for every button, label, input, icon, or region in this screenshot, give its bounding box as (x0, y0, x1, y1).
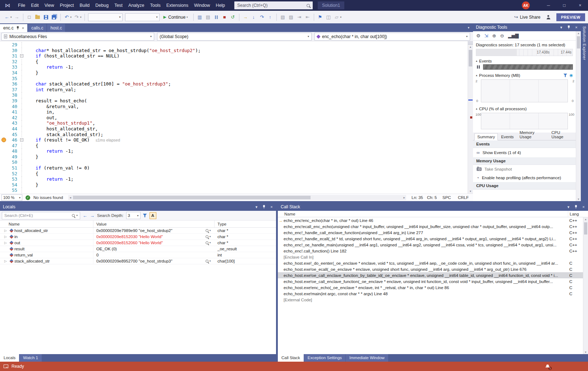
menu-item-debug[interactable]: Debug (92, 0, 111, 11)
code-line-36[interactable]: 36 char stack_allocated_str[100] = "oe_h… (0, 81, 468, 87)
events-track[interactable] (483, 64, 573, 70)
background-tasks-icon[interactable] (4, 365, 8, 368)
heap-profiling-button[interactable]: ◔ Enable heap profiling (affects perform… (473, 173, 576, 182)
column-header-type[interactable]: Type (215, 222, 276, 226)
search-depth-dropdown[interactable]: 3 ▾ (126, 212, 141, 219)
tab-list-caret-icon[interactable]: ▾ (468, 26, 473, 29)
account-avatar[interactable]: AK (522, 1, 530, 9)
continue-button[interactable]: ▶Continue▾ (161, 13, 191, 22)
scroll-up-icon[interactable]: ▲ (468, 45, 473, 49)
close-window-button[interactable]: × (572, 0, 588, 11)
menu-item-tools[interactable]: Tools (147, 0, 164, 11)
code-line-45[interactable]: 45 stack_allocated_str); (0, 132, 468, 138)
visualizer-caret-icon[interactable]: ▾ (210, 260, 211, 263)
cpu-section-header[interactable]: ▴ CPU (% of all processors) (473, 105, 576, 112)
notifications-bell-icon[interactable]: 1 (546, 364, 550, 368)
close-icon[interactable]: × (580, 205, 587, 209)
locals-row-host-allocated-str[interactable]: ▷host_allocated_str0x00000209e7989e90 "o… (0, 228, 276, 234)
live-share-button[interactable]: ↪ Live Share (514, 14, 540, 20)
menu-item-edit[interactable]: Edit (28, 0, 42, 11)
locals-titlebar[interactable]: Locals ▾ × (0, 203, 276, 211)
outdent-icon[interactable]: ⇤ (304, 13, 312, 22)
variable-value[interactable]: 0 (93, 252, 215, 258)
callstack-frame[interactable]: echo_host.exe!main(int argc, const char … (278, 291, 583, 297)
step-over-icon[interactable]: ↷ (258, 13, 266, 22)
dropdown-caret-icon[interactable]: ▾ (10, 16, 12, 19)
code-line-32[interactable]: 32 { (0, 59, 468, 65)
callstack-frame[interactable]: [Enclave Call In] (278, 254, 583, 260)
fold-margin[interactable]: − (19, 137, 25, 143)
split-editor-grip[interactable] (468, 41, 473, 45)
breakpoint-margin[interactable] (0, 143, 7, 149)
nav-forward-icon[interactable]: → (13, 13, 21, 22)
misc-tool-icon-1[interactable]: ◫ (325, 13, 332, 22)
variable-value[interactable]: OE_OK (0) (93, 246, 215, 252)
menu-item-build[interactable]: Build (77, 0, 92, 11)
save-all-icon[interactable] (50, 13, 58, 22)
breakpoint-margin[interactable]: → (0, 137, 7, 143)
breakpoint-margin[interactable] (0, 159, 7, 165)
scroll-right-icon[interactable]: ▸ (402, 196, 406, 199)
code-line-51[interactable]: 51 if (return_val != 0) (0, 165, 468, 171)
editor-tab-calls-c[interactable]: calls.c (28, 24, 46, 32)
callstack-frame[interactable]: echo_host.exe!oe_call_enclave_function_b… (278, 272, 583, 278)
menu-item-extensions[interactable]: Extensions (164, 0, 191, 11)
callstack-frame[interactable]: echo_enc!_handle_call_enclave_function(u… (278, 229, 583, 236)
project-dropdown[interactable]: Miscellaneous Files ▾ (1, 33, 154, 41)
breakpoint-margin[interactable] (0, 48, 7, 54)
callstack-scrollbar[interactable]: ▲ ▼ (583, 217, 588, 354)
scroll-down-icon[interactable]: ▼ (468, 189, 473, 194)
close-icon[interactable]: × (573, 25, 579, 29)
maximize-button[interactable]: □ (556, 0, 572, 11)
hscroll-thumb[interactable] (73, 196, 311, 199)
code-line-49[interactable]: 49 } (0, 154, 468, 160)
menu-item-test[interactable]: Test (111, 0, 125, 11)
visualizer-magnifier-icon[interactable] (206, 260, 208, 263)
screenshot-icon[interactable]: ▤ (204, 13, 212, 22)
breakpoint-margin[interactable] (0, 59, 7, 65)
visualizer-magnifier-icon[interactable] (206, 229, 208, 232)
memory-window-icon[interactable]: ▨ (287, 13, 295, 22)
stop-icon[interactable]: ■ (221, 13, 229, 22)
scope-dropdown[interactable]: (Global Scope) ▾ (157, 33, 312, 41)
breakpoint-margin[interactable] (0, 182, 7, 188)
visualizer-caret-icon[interactable]: ▾ (210, 235, 211, 238)
menu-item-help[interactable]: Help (213, 0, 228, 11)
panel-tab-immediate-window[interactable]: Immediate Window (346, 354, 388, 362)
dropdown-caret-icon[interactable]: ▾ (70, 16, 72, 19)
platform-dropdown[interactable]: ▾ (125, 13, 160, 21)
scrollbar-thumb[interactable] (469, 50, 472, 66)
events-section-header[interactable]: ▴ Events (473, 57, 576, 64)
column-header-value[interactable]: Value (93, 221, 215, 227)
scroll-up-icon[interactable]: ▲ (576, 32, 581, 34)
member-dropdown[interactable]: enc_echo(char * in, char out[100]) ▾ (314, 33, 470, 41)
indent-icon[interactable]: ⇥ (295, 13, 303, 22)
save-icon[interactable] (42, 13, 50, 22)
breakpoint-margin[interactable] (0, 115, 7, 121)
chevron-down-icon[interactable]: ▾ (253, 205, 259, 209)
code-line-41[interactable]: 41 in, (0, 109, 468, 115)
visualizer-magnifier-icon[interactable] (206, 241, 208, 244)
callstack-frame[interactable]: echo_host.exe!oe_ecall(_oe_enclave * enc… (278, 266, 583, 272)
fold-collapse-icon[interactable]: − (20, 54, 23, 57)
callstack-frame[interactable]: →echo_enc!enc_echo(char * in, char * out… (278, 217, 583, 223)
scrollbar-track[interactable] (468, 49, 473, 189)
bookmark-icon[interactable]: ⚑ (316, 13, 324, 22)
breakpoint-margin[interactable] (0, 70, 7, 76)
scrollbar-thumb[interactable] (584, 222, 587, 235)
pin-icon[interactable] (261, 205, 267, 209)
panel-tab-exception-settings[interactable]: Exception Settings (304, 354, 345, 362)
hscroll-track[interactable] (72, 196, 402, 199)
locals-row-result[interactable]: resultOE_OK (0)_oe_result (0, 246, 276, 252)
zoom-out-icon[interactable]: ⊖ (500, 33, 504, 38)
diagnostic-tools-titlebar[interactable]: Diagnostic Tools ▾ × (473, 23, 581, 31)
editor-tab-host-c[interactable]: host.c (47, 24, 65, 32)
step-out-icon[interactable]: ↑ (266, 13, 274, 22)
visualizer-caret-icon[interactable]: ▾ (210, 229, 211, 232)
code-line-52[interactable]: 52 { (0, 171, 468, 177)
scroll-up-icon[interactable]: ▲ (583, 218, 588, 221)
column-header-name[interactable]: Name (0, 221, 93, 227)
callstack-frame[interactable]: echo_enc!_handle_ecall(_td * td, unsigne… (278, 236, 583, 242)
visual-studio-logo-icon[interactable]: ⋈ (0, 0, 15, 11)
diag-tab-cpu-usage[interactable]: CPU Usage (549, 129, 574, 140)
